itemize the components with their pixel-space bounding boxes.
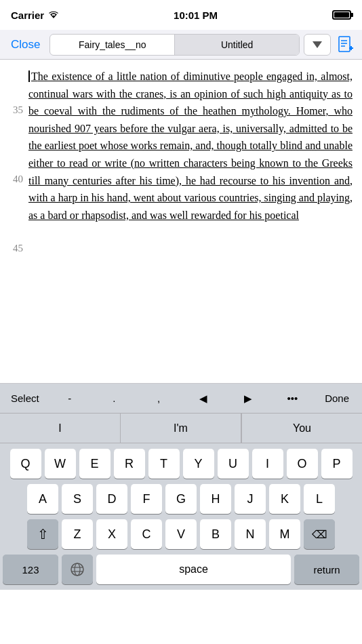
key-r[interactable]: R xyxy=(114,449,145,479)
text-group: 35 40 45 The existence of a little natio… xyxy=(0,68,362,256)
key-p[interactable]: P xyxy=(321,449,353,479)
new-doc-icon xyxy=(338,36,353,54)
autocomplete-i[interactable]: I xyxy=(0,414,120,443)
delete-key[interactable]: ⌫ xyxy=(304,519,335,549)
comma-button[interactable]: , xyxy=(136,384,181,413)
autocomplete-you[interactable]: You xyxy=(241,414,362,443)
battery-icon xyxy=(332,10,351,20)
keyboard: Q W E R T Y U I O P A S D F G H J K L ⇧ … xyxy=(0,443,362,590)
keyboard-row-3: ⇧ Z X C V B N M ⌫ xyxy=(3,519,359,549)
shift-key[interactable]: ⇧ xyxy=(27,519,58,549)
status-bar: Carrier 10:01 PM xyxy=(0,0,362,30)
hyphen-button[interactable]: - xyxy=(47,384,92,413)
content-area: 35 40 45 The existence of a little natio… xyxy=(0,60,362,384)
svg-point-8 xyxy=(75,563,80,576)
number-key[interactable]: 123 xyxy=(3,555,58,584)
return-key[interactable]: return xyxy=(294,555,359,584)
more-button[interactable]: ••• xyxy=(270,384,315,413)
text-body[interactable]: The existence of a little nation of dimi… xyxy=(28,68,362,256)
select-button[interactable]: Select xyxy=(3,384,47,413)
text-paragraph: The existence of a little nation of dimi… xyxy=(28,68,353,224)
line-number-40: 40 xyxy=(0,171,23,187)
svg-marker-0 xyxy=(313,41,322,48)
autocomplete-im[interactable]: I'm xyxy=(120,414,241,443)
keyboard-row-1: Q W E R T Y U I O P xyxy=(3,449,359,479)
accessory-bar: Select - . , ◀ ▶ ••• Done xyxy=(0,384,362,414)
delete-icon: ⌫ xyxy=(312,528,327,541)
key-k[interactable]: K xyxy=(269,484,300,514)
line-number-45: 45 xyxy=(0,240,23,256)
svg-point-7 xyxy=(71,563,83,576)
key-u[interactable]: U xyxy=(218,449,249,479)
globe-icon xyxy=(70,562,85,577)
cursor: T xyxy=(28,71,38,82)
key-f[interactable]: F xyxy=(131,484,162,514)
text-wrapper: 35 40 45 The existence of a little natio… xyxy=(0,68,362,256)
key-l[interactable]: L xyxy=(304,484,335,514)
period-button[interactable]: . xyxy=(92,384,137,413)
keyboard-row-2: A S D F G H J K L xyxy=(3,484,359,514)
line-numbers: 35 40 45 xyxy=(0,68,28,256)
right-arrow-button[interactable]: ▶ xyxy=(226,384,270,413)
tab-untitled[interactable]: Untitled xyxy=(175,35,299,55)
left-arrow-button[interactable]: ◀ xyxy=(181,384,226,413)
dropdown-button[interactable] xyxy=(304,34,331,56)
keyboard-bottom-row: 123 space return xyxy=(3,555,359,584)
battery-fill xyxy=(334,12,349,18)
key-j[interactable]: J xyxy=(235,484,266,514)
status-right xyxy=(332,10,351,20)
key-o[interactable]: O xyxy=(287,449,318,479)
key-a[interactable]: A xyxy=(27,484,58,514)
key-x[interactable]: X xyxy=(96,519,127,549)
done-button[interactable]: Done xyxy=(315,384,359,413)
key-i[interactable]: I xyxy=(252,449,283,479)
key-e[interactable]: E xyxy=(79,449,110,479)
status-time: 10:01 PM xyxy=(174,9,218,21)
shift-icon: ⇧ xyxy=(37,526,49,542)
key-g[interactable]: G xyxy=(165,484,197,514)
key-h[interactable]: H xyxy=(200,484,231,514)
tab-fairy-tales[interactable]: Fairy_tales__no xyxy=(50,35,175,55)
key-m[interactable]: M xyxy=(269,519,300,549)
key-q[interactable]: Q xyxy=(10,449,41,479)
key-w[interactable]: W xyxy=(45,449,76,479)
key-t[interactable]: T xyxy=(148,449,180,479)
toolbar: Close Fairy_tales__no Untitled xyxy=(0,30,362,60)
status-left: Carrier xyxy=(11,9,59,21)
key-n[interactable]: N xyxy=(235,519,266,549)
key-z[interactable]: Z xyxy=(62,519,93,549)
wifi-icon xyxy=(48,11,59,19)
key-v[interactable]: V xyxy=(165,519,197,549)
space-key[interactable]: space xyxy=(96,555,291,584)
chevron-down-icon xyxy=(313,41,322,48)
toolbar-tabs: Fairy_tales__no Untitled xyxy=(49,34,300,56)
key-b[interactable]: B xyxy=(200,519,231,549)
key-s[interactable]: S xyxy=(62,484,93,514)
key-d[interactable]: D xyxy=(96,484,127,514)
key-y[interactable]: Y xyxy=(183,449,214,479)
new-document-button[interactable] xyxy=(335,34,357,56)
carrier-label: Carrier xyxy=(11,9,44,21)
close-button[interactable]: Close xyxy=(5,35,45,54)
line-number-35: 35 xyxy=(0,102,23,118)
svg-rect-1 xyxy=(339,37,350,52)
key-c[interactable]: C xyxy=(131,519,162,549)
autocomplete-bar: I I'm You xyxy=(0,414,362,443)
globe-key[interactable] xyxy=(62,555,93,584)
